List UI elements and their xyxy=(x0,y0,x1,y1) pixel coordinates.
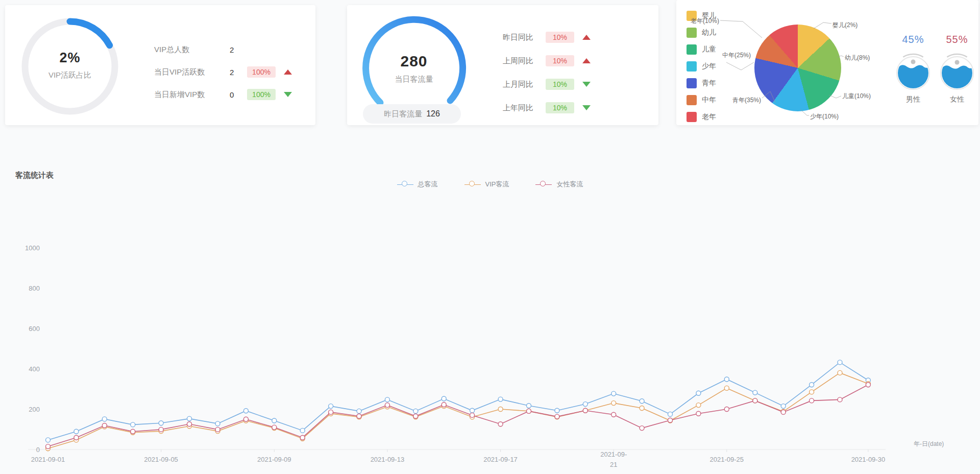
legend-item-female[interactable]: 女性客流 xyxy=(535,180,583,189)
line-marker-icon xyxy=(397,181,413,188)
legend-item-middleage[interactable]: 中年 xyxy=(687,94,716,106)
arrow-up-icon xyxy=(582,58,591,63)
legend-item-vip[interactable]: VIP客流 xyxy=(464,180,509,189)
arrow-up-icon xyxy=(582,35,591,40)
male-liquid-chart[interactable] xyxy=(893,53,933,93)
legend-item-youth[interactable]: 青年 xyxy=(687,78,716,89)
legend-swatch xyxy=(687,44,697,55)
legend-item-elderly[interactable]: 老年 xyxy=(687,111,716,123)
age-legend: 婴儿 幼儿 儿童 少年 青年 中年 老年 xyxy=(687,10,716,128)
stat-label: 上年同比 xyxy=(503,103,546,113)
stat-row-vip-new: 当日新增VIP数 0 100% xyxy=(154,87,292,102)
legend-label: 青年 xyxy=(702,79,716,88)
legend-item-toddler[interactable]: 幼儿 xyxy=(687,27,716,38)
traffic-card: 280 当日客流量 昨日客流量 126 昨日同比 10% 上周同比 10% 上月… xyxy=(347,5,658,125)
stat-badge: 100% xyxy=(247,89,276,100)
svg-text:600: 600 xyxy=(29,325,40,333)
legend-label: 女性客流 xyxy=(556,180,583,189)
flow-chart-legend: 总客流 VIP客流 女性客流 xyxy=(0,180,980,189)
svg-text:2021-09-09: 2021-09-09 xyxy=(257,456,291,463)
pie-label-infant: 婴儿(2%) xyxy=(832,21,857,30)
svg-text:21: 21 xyxy=(610,461,617,468)
stat-row-lastyear: 上年同比 10% xyxy=(503,100,591,115)
svg-text:2021-09-13: 2021-09-13 xyxy=(371,456,405,463)
legend-label: 总客流 xyxy=(418,180,438,189)
stat-value: 0 xyxy=(230,90,247,99)
stat-label: 当日新增VIP数 xyxy=(154,90,230,100)
stat-badge: 10% xyxy=(546,79,574,90)
line-marker-icon xyxy=(464,181,481,188)
stat-value: 2 xyxy=(230,68,247,77)
pie-label-middleage: 中年(25%) xyxy=(707,51,751,60)
vip-gauge-center: 2% VIP活跃占比 xyxy=(29,50,111,80)
legend-swatch xyxy=(687,78,697,88)
stat-badge: 10% xyxy=(546,55,574,66)
legend-label: 老年 xyxy=(702,112,716,122)
vip-donut-arc xyxy=(70,21,110,45)
vip-card: 2% VIP活跃占比 VIP总人数 2 当日VIP活跃数 2 100% 当日新增… xyxy=(5,5,315,125)
stat-row-lastweek: 上周同比 10% xyxy=(503,53,591,68)
traffic-label: 当日客流量 xyxy=(373,75,455,84)
demographics-card: 婴儿 幼儿 儿童 少年 青年 中年 老年 xyxy=(676,0,978,125)
legend-swatch xyxy=(687,95,697,105)
arrow-up-icon xyxy=(284,69,292,75)
stat-label: 上周同比 xyxy=(503,56,546,66)
flow-chart-title: 客流统计表 xyxy=(15,171,54,180)
vip-percent-label: VIP活跃占比 xyxy=(29,70,111,80)
male-percent: 45% xyxy=(893,34,934,45)
liquid-dot xyxy=(911,60,916,64)
stat-label: 昨日同比 xyxy=(503,33,546,42)
female-ratio-block: 55% 女性 xyxy=(937,34,977,104)
age-pie-chart[interactable] xyxy=(754,25,841,111)
pill-label: 昨日客流量 xyxy=(384,109,422,119)
stat-row-vip-active: 当日VIP活跃数 2 100% xyxy=(154,64,292,80)
legend-label: 幼儿 xyxy=(702,28,716,37)
stat-label: VIP总人数 xyxy=(154,45,230,55)
stat-row-yesterday: 昨日同比 10% xyxy=(503,30,591,45)
svg-text:800: 800 xyxy=(29,285,40,292)
yesterday-traffic-pill: 昨日客流量 126 xyxy=(363,104,461,124)
legend-label: VIP客流 xyxy=(485,180,509,189)
legend-item-total[interactable]: 总客流 xyxy=(397,180,438,189)
pill-value: 126 xyxy=(426,109,440,118)
traffic-value: 280 xyxy=(373,53,455,70)
flow-line-chart[interactable]: 020040060080010002021-09-012021-09-05202… xyxy=(0,202,980,474)
traffic-gauge-center: 280 当日客流量 xyxy=(373,53,455,84)
svg-text:2021-09-17: 2021-09-17 xyxy=(483,456,518,463)
legend-label: 中年 xyxy=(702,96,716,105)
svg-text:1000: 1000 xyxy=(25,244,40,252)
arrow-down-icon xyxy=(582,105,591,110)
svg-text:2021-09-01: 2021-09-01 xyxy=(31,456,65,463)
vip-stats: VIP总人数 2 当日VIP活跃数 2 100% 当日新增VIP数 0 100% xyxy=(154,42,292,109)
legend-item-juvenile[interactable]: 少年 xyxy=(687,61,716,72)
legend-swatch xyxy=(687,112,697,122)
female-label: 女性 xyxy=(937,95,977,104)
stat-badge: 10% xyxy=(546,32,574,43)
vip-percent: 2% xyxy=(29,50,111,66)
pie-label-youth: 青年(35%) xyxy=(717,96,761,105)
legend-swatch xyxy=(687,28,697,38)
pie-label-elderly: 老年(10%) xyxy=(680,17,719,26)
female-liquid-chart[interactable] xyxy=(937,53,977,93)
liquid-dot xyxy=(955,60,960,65)
stat-row-lastmonth: 上月同比 10% xyxy=(503,77,591,92)
stat-label: 上月同比 xyxy=(503,80,546,89)
svg-text:2021-09-: 2021-09- xyxy=(600,451,627,458)
dashboard: 2% VIP活跃占比 VIP总人数 2 当日VIP活跃数 2 100% 当日新增… xyxy=(0,0,980,474)
stat-row-vip-total: VIP总人数 2 xyxy=(154,42,292,57)
svg-text:2021-09-25: 2021-09-25 xyxy=(710,456,744,463)
stat-label: 当日VIP活跃数 xyxy=(154,67,230,77)
line-marker-icon xyxy=(535,181,552,188)
arrow-down-icon xyxy=(284,92,292,97)
female-percent: 55% xyxy=(937,34,977,45)
stat-badge: 10% xyxy=(546,102,574,113)
svg-text:200: 200 xyxy=(29,406,40,413)
svg-text:400: 400 xyxy=(29,365,40,373)
male-ratio-block: 45% 男性 xyxy=(893,34,934,104)
stat-value: 2 xyxy=(230,45,247,54)
traffic-stats: 昨日同比 10% 上周同比 10% 上月同比 10% 上年同比 10% xyxy=(503,30,591,124)
pie-label-juvenile: 少年(10%) xyxy=(810,112,839,121)
male-label: 男性 xyxy=(893,95,934,104)
arrow-down-icon xyxy=(582,82,591,87)
svg-text:2021-09-30: 2021-09-30 xyxy=(851,456,886,463)
